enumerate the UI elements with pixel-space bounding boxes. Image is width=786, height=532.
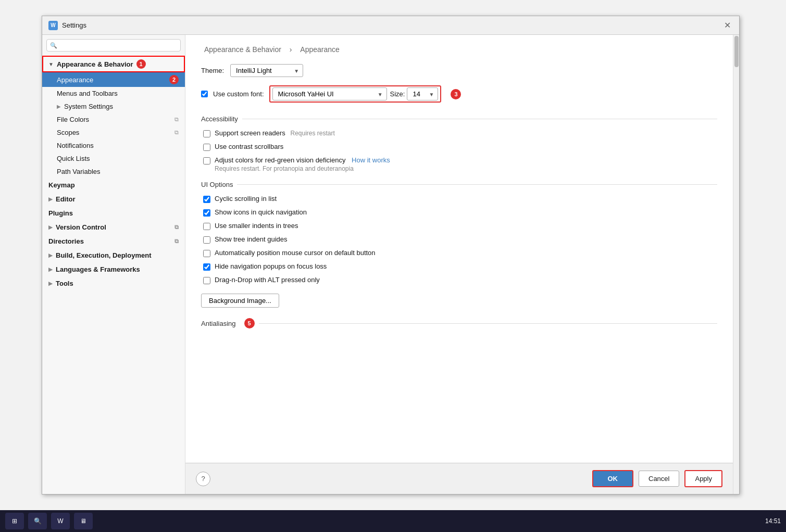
sidebar-item-languages[interactable]: ▶ Languages & Frameworks (42, 262, 185, 276)
accessibility-section-label: Accessibility (201, 115, 717, 123)
custom-font-label[interactable]: Use custom font: (213, 90, 264, 98)
screen-readers-checkbox[interactable] (203, 130, 210, 137)
auto-mouse-checkbox[interactable] (203, 250, 210, 257)
theme-row: Theme: IntelliJ Light Darcula High contr… (201, 64, 717, 77)
chevron-right-icon-lang: ▶ (48, 267, 53, 272)
sidebar-label-version-control: Version Control (56, 223, 106, 231)
sidebar-item-version-control[interactable]: ▶ Version Control ⧉ (42, 220, 185, 234)
theme-select[interactable]: IntelliJ Light Darcula High contrast (230, 64, 303, 77)
app-icon: W (48, 21, 58, 30)
chevron-right-icon: ▶ (57, 104, 61, 109)
taskbar-item-2[interactable]: 🔍 (28, 513, 47, 529)
taskbar-item-4[interactable]: 🖥 (74, 513, 93, 529)
breadcrumb: Appearance & Behavior › Appearance (201, 45, 717, 54)
how-it-works-link[interactable]: How it works (352, 156, 390, 164)
check-row-tree-indent: Show tree indent guides (201, 235, 717, 244)
search-box[interactable]: 🔍 (46, 39, 181, 52)
main-panel: Appearance & Behavior › Appearance Theme… (185, 35, 733, 494)
size-dropdown-wrap: 14 12 16 18 (407, 87, 438, 100)
breadcrumb-separator: › (290, 45, 292, 54)
sidebar-label-keymap: Keymap (48, 181, 75, 189)
sidebar-item-appearance[interactable]: Appearance 2 (42, 72, 185, 87)
check-row-screen-readers: Support screen readers Requires restart (201, 129, 717, 137)
theme-dropdown-wrap: IntelliJ Light Darcula High contrast (230, 64, 303, 77)
scrollbar[interactable] (733, 35, 739, 494)
chevron-right-icon-editor: ▶ (48, 196, 53, 202)
color-adjust-content: Adjust colors for red-green vision defic… (215, 156, 390, 172)
color-adjust-checkbox[interactable] (203, 157, 210, 164)
sidebar: 🔍 ▼ Appearance & Behavior 1 Appearance 2… (42, 35, 185, 494)
ok-button[interactable]: OK (592, 470, 634, 487)
smaller-indents-checkbox[interactable] (203, 223, 210, 230)
sidebar-item-file-colors[interactable]: File Colors ⧉ (42, 113, 185, 126)
sidebar-item-appearance-behavior[interactable]: ▼ Appearance & Behavior 1 (42, 56, 185, 72)
sidebar-label-scopes: Scopes (57, 129, 79, 136)
search-input[interactable] (46, 39, 181, 52)
copy-icon-scopes: ⧉ (174, 129, 179, 136)
tree-indent-checkbox[interactable] (203, 236, 210, 244)
drag-drop-checkbox[interactable] (203, 277, 210, 284)
sidebar-item-menus-toolbars[interactable]: Menus and Toolbars (42, 87, 185, 100)
cancel-button[interactable]: Cancel (639, 471, 679, 487)
check-row-color-adjust: Adjust colors for red-green vision defic… (201, 156, 717, 172)
sidebar-label-quick-lists: Quick Lists (57, 155, 90, 162)
sidebar-label-menus-toolbars: Menus and Toolbars (57, 90, 118, 97)
cyclic-scrolling-checkbox[interactable] (203, 196, 210, 203)
sidebar-label-directories: Directories (48, 237, 84, 245)
sidebar-item-build[interactable]: ▶ Build, Execution, Deployment (42, 248, 185, 262)
help-button[interactable]: ? (196, 472, 210, 486)
step1-badge: 1 (136, 59, 146, 69)
settings-window: W Settings ✕ 🔍 ▼ Appearance & Behavior 1… (42, 16, 740, 495)
step2-badge: 2 (169, 75, 179, 84)
copy-icon-dirs: ⧉ (174, 238, 179, 245)
sidebar-item-tools[interactable]: ▶ Tools (42, 276, 185, 290)
sidebar-item-scopes[interactable]: Scopes ⧉ (42, 126, 185, 139)
taskbar-item-3[interactable]: W (51, 513, 70, 529)
taskbar-item-1[interactable]: ⊞ (5, 513, 24, 529)
size-select[interactable]: 14 12 16 18 (407, 87, 438, 100)
bottom-bar: ? OK Cancel Apply (185, 463, 733, 494)
sidebar-label-file-colors: File Colors (57, 116, 89, 123)
font-input-group: Microsoft YaHei UI Size: 14 12 16 18 (269, 85, 442, 103)
sidebar-item-keymap[interactable]: Keymap (42, 178, 185, 192)
sidebar-item-plugins[interactable]: Plugins (42, 206, 185, 220)
check-row-cyclic-scrolling: Cyclic scrolling in list (201, 195, 717, 203)
sidebar-label-system-settings: System Settings (64, 103, 113, 110)
ui-options-section-label: UI Options (201, 181, 717, 188)
copy-icon-vc: ⧉ (174, 224, 179, 231)
taskbar-clock: 14:51 (765, 517, 781, 525)
close-button[interactable]: ✕ (722, 20, 733, 30)
font-select[interactable]: Microsoft YaHei UI (272, 87, 387, 100)
sidebar-item-path-variables[interactable]: Path Variables (42, 165, 185, 178)
check-row-drag-drop: Drag-n-Drop with ALT pressed only (201, 276, 717, 284)
search-icon: 🔍 (50, 42, 57, 49)
sidebar-label-appearance-behavior: Appearance & Behavior (57, 60, 133, 68)
hide-nav-checkbox[interactable] (203, 263, 210, 271)
color-adjust-row: Adjust colors for red-green vision defic… (215, 156, 390, 164)
custom-font-checkbox[interactable] (201, 91, 208, 97)
sidebar-label-languages: Languages & Frameworks (56, 265, 140, 273)
chevron-down-icon: ▼ (48, 61, 54, 67)
sidebar-item-editor[interactable]: ▶ Editor (42, 192, 185, 206)
chevron-right-icon-tools: ▶ (48, 281, 53, 286)
apply-button[interactable]: Apply (684, 470, 722, 487)
show-icons-checkbox[interactable] (203, 209, 210, 217)
contrast-scrollbars-checkbox[interactable] (203, 144, 210, 151)
antialiasing-section: Antialiasing 5 (201, 318, 717, 328)
font-section: Use custom font: Microsoft YaHei UI Size… (201, 85, 717, 103)
check-row-show-icons: Show icons in quick navigation (201, 208, 717, 217)
sidebar-item-notifications[interactable]: Notifications (42, 139, 185, 152)
chevron-right-icon-vc: ▶ (48, 224, 53, 230)
breadcrumb-part1: Appearance & Behavior (204, 45, 281, 54)
sidebar-item-directories[interactable]: Directories ⧉ (42, 234, 185, 248)
sidebar-item-quick-lists[interactable]: Quick Lists (42, 152, 185, 165)
theme-label: Theme: (201, 67, 224, 74)
check-row-contrast-scrollbars: Use contrast scrollbars (201, 143, 717, 151)
background-image-button[interactable]: Background Image... (201, 294, 279, 308)
step5-badge: 5 (244, 318, 255, 328)
title-text: Settings (62, 21, 86, 29)
font-dropdown-wrap: Microsoft YaHei UI (272, 87, 387, 100)
main-content-area: 🔍 ▼ Appearance & Behavior 1 Appearance 2… (42, 35, 739, 494)
sidebar-item-system-settings[interactable]: ▶ System Settings (42, 100, 185, 113)
check-row-smaller-indents: Use smaller indents in trees (201, 222, 717, 230)
